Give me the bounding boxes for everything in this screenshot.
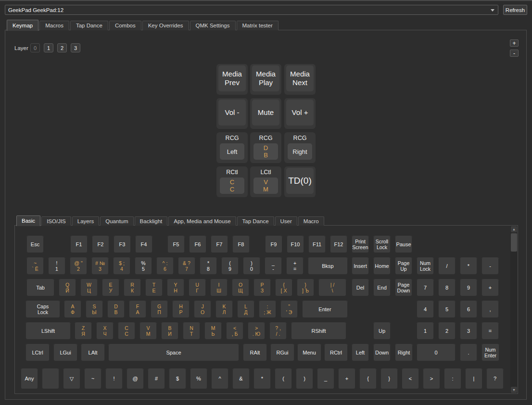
keymap-key-lctl-v-m[interactable]: LCtlVM xyxy=(250,166,281,197)
picker-key-i[interactable]: IШ xyxy=(210,279,228,296)
tab-qmk-settings[interactable]: QMK Settings xyxy=(190,21,236,30)
picker-key-f1[interactable]: F1 xyxy=(70,236,88,253)
keymap-key-media-play[interactable]: MediaPlay xyxy=(250,64,281,95)
picker-tab-tap-dance[interactable]: Tap Dance xyxy=(237,216,274,226)
picker-key-z[interactable]: ZЯ xyxy=(75,322,92,340)
picker-key-symbol[interactable]: ! xyxy=(105,368,123,389)
scrollbar-down-icon[interactable]: ▼ xyxy=(511,387,517,393)
picker-key-any[interactable]: Any xyxy=(21,368,38,389)
picker-key-2[interactable]: @ "2 xyxy=(70,257,87,275)
picker-key-left[interactable]: Left xyxy=(352,344,369,361)
picker-key-symbol[interactable]: ▽ xyxy=(63,368,80,389)
picker-key-end[interactable]: End xyxy=(373,279,391,296)
picker-key-symbol[interactable]: }] Ъ xyxy=(297,279,314,296)
picker-key-symbol[interactable]: : xyxy=(444,368,461,389)
picker-key-symbol[interactable]: ~` Ё xyxy=(26,257,44,275)
picker-key-x[interactable]: XЧ xyxy=(96,322,114,340)
picker-key-j[interactable]: JО xyxy=(194,301,211,318)
picker-key-symbol[interactable]: :; Ж xyxy=(259,301,276,318)
picker-key-rshift[interactable]: RShift xyxy=(291,322,346,340)
picker-key-del[interactable]: Del xyxy=(352,279,369,296)
picker-key-1[interactable]: !1 xyxy=(48,257,65,275)
picker-scrollbar[interactable]: ▲ ▼ xyxy=(510,226,518,393)
picker-key-symbol[interactable]: % xyxy=(190,368,207,389)
picker-key-symbol[interactable]: {[ Х xyxy=(275,279,292,296)
layer-button-2[interactable]: 2 xyxy=(57,43,67,52)
zoom-in-button[interactable]: + xyxy=(510,39,519,47)
tab-combos[interactable]: Combos xyxy=(109,21,141,30)
picker-key-right[interactable]: Right xyxy=(395,344,413,361)
picker-key-f12[interactable]: F12 xyxy=(330,236,347,253)
picker-key-b[interactable]: BИ xyxy=(161,322,178,340)
picker-key-f2[interactable]: F2 xyxy=(92,236,109,253)
picker-key-page-up[interactable]: PageUp xyxy=(395,257,412,275)
picker-key-symbol[interactable]: . xyxy=(460,344,477,361)
picker-key-r[interactable]: RК xyxy=(124,279,141,296)
picker-key-symbol[interactable]: * xyxy=(253,368,271,389)
picker-key-symbol[interactable]: | /\ xyxy=(318,279,346,296)
picker-key-scroll-lock[interactable]: ScrollLock xyxy=(373,236,391,253)
tap-keycap[interactable]: Left xyxy=(220,143,244,160)
picker-key-c[interactable]: CС xyxy=(118,322,135,340)
picker-key-v[interactable]: VМ xyxy=(139,322,157,340)
picker-key-l[interactable]: LД xyxy=(237,301,254,318)
layer-button-1[interactable]: 1 xyxy=(44,43,53,52)
picker-key-3[interactable]: # №3 xyxy=(91,257,109,275)
picker-key-t[interactable]: TЕ xyxy=(145,279,163,296)
picker-key-4[interactable]: $ ;4 xyxy=(113,257,130,275)
zoom-out-button[interactable]: - xyxy=(510,50,519,57)
picker-key-symbol[interactable]: >. Ю xyxy=(248,322,265,340)
picker-key-f5[interactable]: F5 xyxy=(167,236,185,253)
picker-key-m[interactable]: MЬ xyxy=(204,322,222,340)
picker-key-bksp[interactable]: Bksp xyxy=(308,257,348,275)
picker-tab-quantum[interactable]: Quantum xyxy=(100,216,133,226)
picker-key-home[interactable]: Home xyxy=(373,257,391,275)
picker-key-symbol[interactable]: _- xyxy=(265,257,282,275)
picker-key-rctrl[interactable]: RCtrl xyxy=(324,344,348,361)
picker-key-2[interactable]: 2 xyxy=(438,322,456,340)
picker-tab-user[interactable]: User xyxy=(275,216,297,226)
picker-key-symbol[interactable]: <, Б xyxy=(226,322,243,340)
picker-key-page-down[interactable]: PageDown xyxy=(395,279,412,296)
picker-key-f6[interactable]: F6 xyxy=(189,236,206,253)
picker-key-f10[interactable]: F10 xyxy=(287,236,304,253)
picker-key-symbol[interactable]: ( xyxy=(275,368,292,389)
picker-key-8[interactable]: 8 xyxy=(438,279,456,296)
tap-keycap[interactable]: DB xyxy=(253,143,278,160)
picker-key-tab[interactable]: Tab xyxy=(26,279,54,296)
picker-key-symbol[interactable]: $ xyxy=(169,368,186,389)
picker-key-g[interactable]: GП xyxy=(151,301,168,318)
keymap-key-media-next[interactable]: MediaNext xyxy=(284,64,316,95)
picker-key-0[interactable]: )0 xyxy=(243,257,260,275)
picker-key-f3[interactable]: F3 xyxy=(114,236,131,253)
picker-key-print-screen[interactable]: PrintScreen xyxy=(352,236,369,253)
tab-macros[interactable]: Macros xyxy=(39,21,69,30)
picker-key-lalt[interactable]: LAlt xyxy=(81,344,105,361)
picker-key-esc[interactable]: Esc xyxy=(26,236,44,253)
picker-key-down[interactable]: Down xyxy=(373,344,391,361)
picker-key-q[interactable]: QЙ xyxy=(59,279,76,296)
picker-key-symbol[interactable]: - xyxy=(481,257,499,275)
keymap-key-media-prev[interactable]: MediaPrev xyxy=(216,64,248,95)
scrollbar-thumb[interactable] xyxy=(511,233,517,252)
picker-key-symbol[interactable]: < xyxy=(402,368,419,389)
picker-key-caps-lock[interactable]: CapsLock xyxy=(25,301,60,318)
picker-key-symbol[interactable]: * xyxy=(460,257,477,275)
keymap-key-rcg-right[interactable]: RCGRight xyxy=(284,132,316,163)
picker-key-9[interactable]: 9 xyxy=(460,279,477,296)
tap-keycap[interactable]: VM xyxy=(253,177,278,194)
picker-key-k[interactable]: KЛ xyxy=(215,301,233,318)
keymap-key-vol[interactable]: Vol + xyxy=(284,98,316,129)
picker-tab-iso-jis[interactable]: ISO/JIS xyxy=(41,216,71,226)
picker-key-symbol[interactable]: & xyxy=(232,368,250,389)
keymap-key-mute[interactable]: Mute xyxy=(250,98,281,129)
tab-key-overrides[interactable]: Key Overrides xyxy=(142,21,189,30)
picker-key-enter[interactable]: Enter xyxy=(302,301,348,318)
picker-key-symbol[interactable]: ? ,/ . xyxy=(269,322,287,340)
picker-key-pause[interactable]: Pause xyxy=(395,236,412,253)
keymap-key-vol[interactable]: Vol - xyxy=(216,98,248,129)
picker-key-9[interactable]: (9 xyxy=(221,257,239,275)
picker-key-f[interactable]: FА xyxy=(129,301,146,318)
picker-key-symbol[interactable]: # xyxy=(148,368,165,389)
picker-key-f4[interactable]: F4 xyxy=(135,236,152,253)
